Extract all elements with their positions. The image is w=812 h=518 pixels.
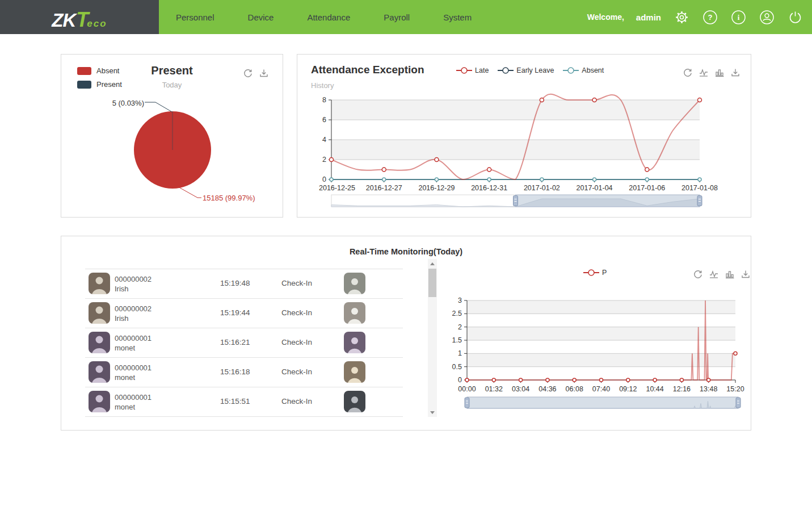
- svg-text:8: 8: [322, 96, 326, 104]
- svg-text:04:36: 04:36: [538, 385, 556, 393]
- monitoring-title: Real-Time Monitoring(Today): [61, 247, 751, 256]
- table-scrollbar[interactable]: [428, 259, 437, 417]
- svg-text:12:16: 12:16: [673, 385, 691, 393]
- table-row[interactable]: 000000002Irish 15:19:48 Check-In: [85, 269, 403, 298]
- datazoom-handle[interactable]: [465, 398, 469, 408]
- svg-text:2: 2: [322, 156, 326, 164]
- scrollbar-thumb[interactable]: [428, 269, 436, 297]
- svg-text:2: 2: [458, 323, 462, 331]
- table-row[interactable]: 000000002Irish 15:19:44 Check-In: [85, 298, 403, 328]
- svg-text:4: 4: [322, 136, 326, 144]
- employee-name: monet: [115, 402, 152, 412]
- refresh-icon[interactable]: [683, 68, 693, 78]
- refresh-icon[interactable]: [693, 269, 703, 279]
- present-pie-chart[interactable]: [61, 55, 283, 217]
- svg-text:3: 3: [458, 296, 462, 304]
- employee-name: monet: [115, 373, 152, 382]
- svg-text:?: ?: [708, 13, 713, 22]
- top-navigation-bar: ZKTeco Personnel Device Attendance Payro…: [0, 0, 812, 34]
- nav-payroll[interactable]: Payroll: [384, 12, 410, 22]
- table-row[interactable]: 000000001monet 15:16:21 Check-In: [85, 328, 403, 357]
- svg-text:2017-01-04: 2017-01-04: [577, 184, 613, 192]
- nav-attendance[interactable]: Attendance: [307, 12, 350, 22]
- attendance-exception-card: 024682016-12-252016-12-272016-12-292016-…: [297, 54, 751, 218]
- current-user[interactable]: admin: [636, 12, 661, 22]
- attendance-exception-chart[interactable]: 024682016-12-252016-12-272016-12-292016-…: [297, 55, 751, 217]
- svg-text:0: 0: [458, 376, 462, 384]
- logo-text-zk: ZK: [52, 10, 75, 31]
- svg-text:2017-01-06: 2017-01-06: [629, 184, 665, 192]
- svg-text:10:44: 10:44: [646, 385, 663, 393]
- line-chart-icon[interactable]: [699, 68, 709, 78]
- pie-datalabel-absent: 15185 (99.97%): [203, 194, 255, 202]
- capture-photo: [344, 302, 365, 324]
- datazoom-handle[interactable]: [697, 196, 702, 206]
- info-icon[interactable]: i: [731, 10, 746, 25]
- legend-late-label: Late: [475, 66, 489, 74]
- checkin-status: Check-In: [281, 397, 312, 406]
- checkin-time: 15:19:48: [220, 279, 250, 287]
- svg-text:0: 0: [322, 176, 326, 183]
- download-icon[interactable]: [730, 68, 741, 78]
- employee-photo: [89, 391, 110, 412]
- nav-device[interactable]: Device: [248, 12, 274, 22]
- logout-power-icon[interactable]: [788, 10, 803, 25]
- capture-photo: [344, 391, 365, 412]
- employee-name: Irish: [115, 314, 152, 323]
- monitoring-legend: P: [583, 269, 607, 277]
- bar-chart-icon[interactable]: [725, 269, 735, 279]
- user-account-icon[interactable]: [759, 10, 775, 25]
- employee-photo: [89, 361, 110, 383]
- checkin-table: 000000002Irish 15:19:48 Check-In 0000000…: [85, 269, 403, 417]
- legend-late[interactable]: Late: [456, 66, 489, 74]
- checkin-status: Check-In: [281, 308, 312, 317]
- nav-system[interactable]: System: [443, 12, 472, 22]
- pie-datalabel-present: 5 (0.03%): [61, 99, 144, 107]
- capture-photo: [344, 361, 365, 383]
- legend-p[interactable]: P: [583, 269, 607, 277]
- checkin-time: 15:15:51: [220, 397, 250, 406]
- checkin-status: Check-In: [281, 367, 312, 376]
- zkteco-dashboard: { "header": { "logo": {"zk": "ZK", "t": …: [0, 0, 812, 518]
- help-icon[interactable]: ?: [702, 10, 718, 25]
- user-area: Welcome, admin ? i: [587, 0, 803, 34]
- legend-early-leave[interactable]: Early Leave: [498, 66, 554, 74]
- svg-text:07:40: 07:40: [592, 385, 610, 393]
- datazoom-handle[interactable]: [736, 398, 741, 408]
- scroll-down-arrow-icon[interactable]: [428, 408, 437, 417]
- svg-text:09:12: 09:12: [619, 385, 637, 393]
- nav-personnel[interactable]: Personnel: [176, 12, 214, 22]
- scroll-up-arrow-icon[interactable]: [428, 259, 437, 268]
- download-icon[interactable]: [259, 68, 269, 78]
- legend-p-label: P: [602, 269, 607, 277]
- svg-text:1.5: 1.5: [452, 336, 462, 344]
- capture-photo: [344, 332, 365, 353]
- download-icon[interactable]: [741, 269, 751, 279]
- table-row[interactable]: 000000001monet 15:15:51 Check-In: [85, 387, 403, 417]
- settings-gear-icon[interactable]: [674, 10, 689, 25]
- svg-text:2016-12-29: 2016-12-29: [418, 184, 455, 192]
- main-menu: Personnel Device Attendance Payroll Syst…: [176, 0, 472, 34]
- svg-text:2017-01-02: 2017-01-02: [524, 184, 560, 192]
- svg-text:6: 6: [322, 116, 326, 124]
- present-summary-card: Absent Present Present Today 5 (0.03%) 1…: [61, 54, 283, 218]
- checkin-time: 15:16:18: [220, 367, 250, 376]
- line-chart-icon[interactable]: [709, 269, 719, 279]
- legend-early-leave-label: Early Leave: [516, 66, 554, 74]
- svg-text:13:48: 13:48: [700, 385, 717, 393]
- monitoring-toolbox: [693, 269, 751, 279]
- employee-name: monet: [115, 343, 152, 353]
- datazoom-handle[interactable]: [514, 196, 518, 206]
- pie-toolbox: [243, 68, 269, 78]
- employee-id: 000000001: [115, 333, 152, 343]
- welcome-label: Welcome,: [587, 12, 624, 22]
- refresh-icon[interactable]: [243, 68, 253, 78]
- bar-chart-icon[interactable]: [714, 68, 725, 78]
- checkin-time: 15:19:44: [220, 308, 250, 317]
- exception-legend: Late Early Leave Absent: [456, 66, 604, 74]
- svg-text:2.5: 2.5: [452, 310, 462, 318]
- legend-absent[interactable]: Absent: [563, 66, 604, 74]
- exception-card-subtitle: History: [311, 81, 334, 90]
- svg-text:2016-12-27: 2016-12-27: [366, 184, 402, 192]
- table-row[interactable]: 000000001monet 15:16:18 Check-In: [85, 357, 403, 387]
